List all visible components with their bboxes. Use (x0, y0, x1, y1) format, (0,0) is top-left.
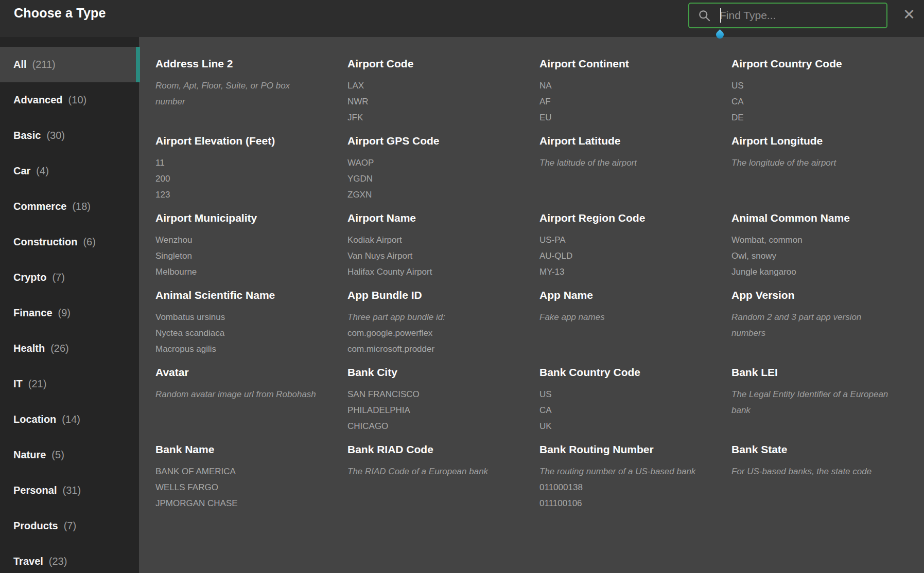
type-card-bank-name[interactable]: Bank Name BANK OF AMERICAWELLS FARGOJPMO… (155, 442, 347, 520)
sidebar-item-it[interactable]: IT (21) (0, 366, 139, 402)
type-card-sample: NA (539, 78, 705, 94)
type-card-sample: US (731, 78, 897, 94)
type-card-airport-latitude[interactable]: Airport Latitude The latitude of the air… (539, 134, 731, 211)
close-button[interactable]: ✕ (899, 5, 919, 24)
type-card-title: Airport Municipality (155, 211, 327, 225)
sidebar-item-personal[interactable]: Personal (31) (0, 473, 139, 508)
type-card-description: Three part app bundle id: (347, 309, 513, 325)
type-card-airport-region-code[interactable]: Airport Region Code US-PAAU-QLDMY-13 (539, 211, 731, 288)
page-title: Choose a Type (14, 6, 106, 21)
type-card-sample: CHICAGO (347, 418, 513, 434)
search-input[interactable] (720, 9, 886, 22)
type-card-airport-elevation-feet[interactable]: Airport Elevation (Feet) 11200123 (155, 134, 347, 211)
type-card-sample: SAN FRANCISCO (347, 386, 513, 402)
sidebar-item-car[interactable]: Car (4) (0, 153, 139, 189)
type-card-app-bundle-id[interactable]: App Bundle ID Three part app bundle id:c… (347, 288, 539, 365)
search-box[interactable] (688, 3, 887, 28)
sidebar-item-label: Health (13, 343, 45, 354)
type-card-sample: Owl, snowy (731, 248, 897, 264)
type-card-airport-longitude[interactable]: Airport Longitude The longitude of the a… (731, 134, 923, 211)
type-card-airport-municipality[interactable]: Airport Municipality WenzhouSingletonMel… (155, 211, 347, 288)
sidebar-item-label: Basic (13, 130, 41, 141)
sidebar-item-construction[interactable]: Construction (6) (0, 224, 139, 260)
sidebar-item-count: (10) (68, 94, 87, 106)
sidebar-item-travel[interactable]: Travel (23) (0, 544, 139, 573)
type-grid: Address Line 2 Room, Apt, Floor, Suite, … (139, 37, 924, 573)
sidebar-item-count: (7) (64, 520, 76, 532)
type-card-sample: 011000138 (539, 479, 705, 495)
type-card-airport-code[interactable]: Airport Code LAXNWRJFK (347, 57, 539, 134)
type-card-title: App Bundle ID (347, 288, 519, 302)
sidebar-item-label: Commerce (13, 201, 66, 212)
type-card-description: The latitude of the airport (539, 155, 705, 171)
close-icon: ✕ (903, 6, 915, 23)
sidebar-item-label: Construction (13, 236, 77, 248)
type-card-description: Random 2 and 3 part app version numbers (731, 309, 897, 341)
sidebar-item-all[interactable]: All (211) (0, 47, 139, 82)
type-card-airport-name[interactable]: Airport Name Kodiak AirportVan Nuys Airp… (347, 211, 539, 288)
type-card-bank-riad-code[interactable]: Bank RIAD Code The RIAD Code of a Europe… (347, 442, 539, 520)
type-card-sample: AU-QLD (539, 248, 705, 264)
sidebar: All (211) Advanced (10) Basic (30) Car (… (0, 37, 139, 573)
sidebar-item-count: (211) (32, 59, 56, 70)
sidebar-item-finance[interactable]: Finance (9) (0, 295, 139, 331)
type-card-airport-continent[interactable]: Airport Continent NAAFEU (539, 57, 731, 134)
type-card-sample: DE (731, 110, 897, 126)
sidebar-item-label: Car (13, 165, 30, 177)
type-card-title: Airport Region Code (539, 211, 711, 225)
type-card-animal-common-name[interactable]: Animal Common Name Wombat, commonOwl, sn… (731, 211, 923, 288)
type-card-sample: EU (539, 110, 705, 126)
type-card-bank-routing-number[interactable]: Bank Routing Number The routing number o… (539, 442, 731, 520)
sidebar-item-nature[interactable]: Nature (5) (0, 437, 139, 473)
type-card-sample: UK (539, 418, 705, 434)
type-card-description: Fake app names (539, 309, 705, 325)
text-caret (720, 8, 721, 23)
type-card-title: App Name (539, 288, 711, 302)
type-card-sample: CA (539, 402, 705, 418)
type-card-sample: PHILADELPHIA (347, 402, 513, 418)
sidebar-item-count: (4) (36, 165, 48, 177)
type-card-bank-country-code[interactable]: Bank Country Code USCAUK (539, 365, 731, 442)
sidebar-item-commerce[interactable]: Commerce (18) (0, 189, 139, 224)
type-card-address-line-2[interactable]: Address Line 2 Room, Apt, Floor, Suite, … (155, 57, 347, 134)
sidebar-item-location[interactable]: Location (14) (0, 402, 139, 437)
sidebar-item-label: Products (13, 520, 58, 532)
type-card-app-name[interactable]: App Name Fake app names (539, 288, 731, 365)
sidebar-item-basic[interactable]: Basic (30) (0, 118, 139, 153)
type-card-title: Airport Elevation (Feet) (155, 134, 327, 148)
type-card-animal-scientific-name[interactable]: Animal Scientific Name Vombatus ursinusN… (155, 288, 347, 365)
type-card-sample: AF (539, 94, 705, 110)
type-card-title: Airport Name (347, 211, 519, 225)
type-card-bank-state[interactable]: Bank State For US-based banks, the state… (731, 442, 923, 520)
type-card-sample: MY-13 (539, 264, 705, 280)
type-card-sample: com.microsoft.prodder (347, 341, 513, 357)
type-card-description: The Legal Entity Identifier of a Europea… (731, 386, 897, 418)
type-card-sample: Nyctea scandiaca (155, 325, 321, 341)
sidebar-item-advanced[interactable]: Advanced (10) (0, 82, 139, 118)
type-card-avatar[interactable]: Avatar Random avatar image url from Robo… (155, 365, 347, 442)
sidebar-item-products[interactable]: Products (7) (0, 508, 139, 544)
type-card-airport-country-code[interactable]: Airport Country Code USCADE (731, 57, 923, 134)
type-card-sample: Wenzhou (155, 232, 321, 248)
type-card-bank-lei[interactable]: Bank LEI The Legal Entity Identifier of … (731, 365, 923, 442)
sidebar-item-count: (30) (46, 130, 65, 141)
type-card-airport-gps-code[interactable]: Airport GPS Code WAOPYGDNZGXN (347, 134, 539, 211)
type-card-sample: Vombatus ursinus (155, 309, 321, 325)
type-card-title: Address Line 2 (155, 57, 327, 71)
sidebar-item-count: (7) (52, 272, 64, 283)
type-card-sample: Melbourne (155, 264, 321, 280)
search-icon (698, 9, 711, 23)
type-card-sample: Macropus agilis (155, 341, 321, 357)
sidebar-item-count: (18) (72, 201, 91, 212)
sidebar-item-count: (31) (62, 485, 81, 496)
type-card-title: Bank Routing Number (539, 442, 711, 457)
sidebar-item-crypto[interactable]: Crypto (7) (0, 260, 139, 295)
type-card-title: Animal Scientific Name (155, 288, 327, 302)
type-card-sample: Wombat, common (731, 232, 897, 248)
sidebar-item-health[interactable]: Health (26) (0, 331, 139, 366)
type-card-title: Bank LEI (731, 365, 903, 380)
type-card-bank-city[interactable]: Bank City SAN FRANCISCOPHILADELPHIACHICA… (347, 365, 539, 442)
type-card-app-version[interactable]: App Version Random 2 and 3 part app vers… (731, 288, 923, 365)
type-card-title: Bank Country Code (539, 365, 711, 380)
sidebar-item-label: Finance (13, 307, 53, 319)
